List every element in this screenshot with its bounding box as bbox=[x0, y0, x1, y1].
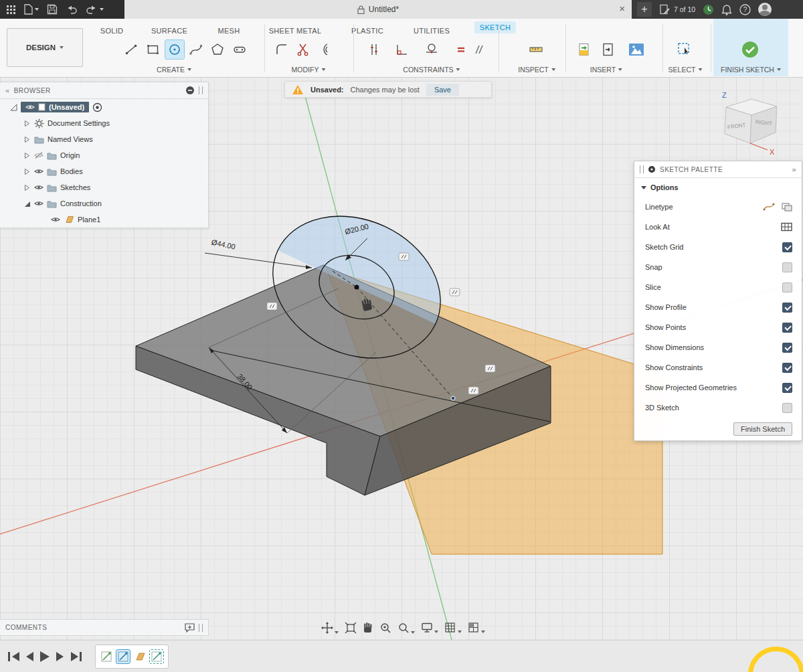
activate-radio-icon[interactable] bbox=[92, 102, 102, 112]
browser-row-bodies[interactable]: Bodies bbox=[0, 163, 208, 179]
new-tab-button[interactable]: + bbox=[637, 2, 652, 17]
notifications-bell-icon[interactable] bbox=[721, 4, 732, 15]
browser-header[interactable]: « BROWSER bbox=[0, 82, 208, 99]
line-tool[interactable] bbox=[122, 40, 141, 59]
browser-row-document-settings[interactable]: Document Settings bbox=[0, 115, 208, 131]
job-status-icon[interactable] bbox=[659, 4, 671, 15]
browser-row-root[interactable]: (Unsaved) bbox=[0, 99, 208, 115]
select-group-label[interactable]: SELECT bbox=[668, 66, 703, 74]
browser-row-construction[interactable]: Construction bbox=[0, 195, 208, 212]
projected-point[interactable] bbox=[451, 396, 455, 400]
snap-checkbox[interactable] bbox=[782, 262, 792, 272]
collapse-panel-icon[interactable]: « bbox=[5, 86, 10, 94]
measure-tool[interactable] bbox=[527, 40, 545, 59]
show-profile-checkbox[interactable] bbox=[782, 303, 792, 313]
trim-tool[interactable] bbox=[294, 40, 313, 59]
create-group-label[interactable]: CREATE bbox=[157, 66, 191, 74]
ribbon-tab-sketch[interactable]: SKETCH bbox=[474, 21, 516, 33]
expander-collapsed-icon[interactable] bbox=[23, 152, 31, 159]
help-icon[interactable]: ? bbox=[739, 4, 751, 15]
undo-icon[interactable] bbox=[66, 5, 78, 14]
finish-sketch-group-label[interactable]: FINISH SKETCH bbox=[721, 66, 781, 74]
options-section-header[interactable]: Options bbox=[634, 178, 802, 197]
constraints-group-label[interactable]: CONSTRAINTS bbox=[403, 66, 460, 74]
browser-root-selection[interactable]: (Unsaved) bbox=[21, 102, 89, 112]
ribbon-tab-sheetmetal[interactable]: SHEET METAL bbox=[264, 25, 327, 37]
expander-collapsed-icon[interactable] bbox=[23, 168, 31, 175]
redo-icon[interactable] bbox=[86, 5, 104, 14]
tangent-constraint-tool[interactable] bbox=[422, 40, 441, 59]
timeline-plane-feature-icon[interactable] bbox=[133, 650, 147, 663]
ribbon-tab-utilities[interactable]: UTILITIES bbox=[408, 25, 455, 37]
equal-constraint-tool[interactable] bbox=[452, 40, 470, 59]
browser-options-icon[interactable] bbox=[185, 86, 195, 95]
viewcube[interactable]: Z FRONT RIGHT X bbox=[706, 86, 803, 161]
expander-collapsed-icon[interactable] bbox=[23, 184, 31, 191]
panel-grip[interactable] bbox=[640, 165, 644, 173]
viewports-icon[interactable] bbox=[466, 620, 486, 635]
save-button[interactable]: Save bbox=[426, 84, 459, 96]
offset-tool[interactable] bbox=[315, 40, 334, 59]
expander-collapsed-icon[interactable] bbox=[23, 136, 31, 143]
vertical-constraint-tool[interactable] bbox=[365, 40, 383, 59]
section-collapse-icon[interactable] bbox=[641, 186, 646, 189]
file-menu-icon[interactable] bbox=[23, 4, 39, 15]
eye-icon[interactable] bbox=[34, 184, 43, 191]
show-dimensions-checkbox[interactable] bbox=[782, 343, 792, 353]
ribbon-tab-solid[interactable]: SOLID bbox=[95, 25, 129, 37]
grid-snap-icon[interactable] bbox=[443, 620, 463, 635]
browser-row-named-views[interactable]: Named Views bbox=[0, 131, 208, 147]
eye-hidden-icon[interactable] bbox=[34, 152, 43, 159]
slot-tool[interactable] bbox=[230, 40, 249, 59]
pan-icon[interactable] bbox=[320, 620, 340, 635]
zoom-in-icon[interactable] bbox=[378, 620, 393, 635]
document-tab[interactable]: Untitled* × bbox=[124, 0, 632, 19]
eye-icon[interactable] bbox=[34, 168, 43, 175]
expander-collapsed-icon[interactable] bbox=[23, 120, 31, 127]
fillet-tool[interactable] bbox=[272, 40, 291, 59]
panel-grip[interactable] bbox=[199, 86, 203, 94]
insert-mesh-tool[interactable] bbox=[599, 40, 618, 59]
save-icon[interactable] bbox=[47, 4, 58, 15]
slice-checkbox[interactable] bbox=[782, 282, 792, 292]
show-points-checkbox[interactable] bbox=[782, 323, 792, 333]
ribbon-tab-mesh[interactable]: MESH bbox=[213, 25, 246, 37]
eye-icon[interactable] bbox=[51, 216, 60, 223]
comments-panel[interactable]: COMMENTS bbox=[0, 619, 209, 636]
fit-view-icon[interactable] bbox=[343, 620, 358, 635]
tab-close-icon[interactable]: × bbox=[619, 3, 625, 14]
rectangle-tool[interactable] bbox=[144, 40, 163, 59]
circle-tool[interactable] bbox=[165, 40, 184, 59]
finish-sketch-icon[interactable] bbox=[741, 40, 760, 59]
timeline-sketch-feature-icon-pending[interactable] bbox=[150, 650, 163, 663]
timeline-playback-controls[interactable] bbox=[0, 641, 90, 672]
browser-row-origin[interactable]: Origin bbox=[0, 147, 208, 163]
inspect-group-label[interactable]: INSPECT bbox=[518, 66, 555, 74]
look-at-icon[interactable] bbox=[781, 222, 792, 232]
parallel-constraint-tool[interactable] bbox=[469, 40, 488, 59]
insert-canvas-tool[interactable] bbox=[627, 40, 646, 59]
dim-text-large-circle[interactable]: Ø44.00 bbox=[211, 238, 236, 250]
modify-group-label[interactable]: MODIFY bbox=[292, 66, 326, 74]
select-tool[interactable] bbox=[675, 40, 694, 59]
show-projected-geometries-checkbox[interactable] bbox=[782, 383, 792, 393]
polygon-tool[interactable] bbox=[208, 40, 227, 59]
expander-expanded-icon[interactable] bbox=[23, 200, 31, 207]
panel-grip[interactable] bbox=[199, 624, 203, 632]
ribbon-tab-plastic[interactable]: PLASTIC bbox=[346, 25, 389, 37]
linetype-construction-icon[interactable] bbox=[782, 202, 792, 212]
3d-sketch-checkbox[interactable] bbox=[782, 403, 792, 413]
ribbon-tab-surface[interactable]: SURFACE bbox=[146, 25, 193, 37]
finish-sketch-button[interactable]: Finish Sketch bbox=[733, 422, 792, 436]
sketch-grid-checkbox[interactable] bbox=[782, 242, 792, 252]
user-avatar[interactable] bbox=[758, 3, 772, 16]
timeline-sketch-feature-icon-selected[interactable] bbox=[116, 650, 130, 663]
display-settings-icon[interactable] bbox=[420, 620, 440, 635]
pan-hand-icon[interactable] bbox=[361, 620, 375, 635]
show-constraints-checkbox[interactable] bbox=[782, 363, 792, 373]
clock-icon[interactable] bbox=[703, 4, 714, 15]
linetype-spline-icon[interactable] bbox=[763, 202, 775, 212]
zoom-window-icon[interactable] bbox=[396, 620, 416, 635]
perpendicular-constraint-tool[interactable] bbox=[393, 40, 412, 59]
browser-row-sketches[interactable]: Sketches bbox=[0, 179, 208, 195]
